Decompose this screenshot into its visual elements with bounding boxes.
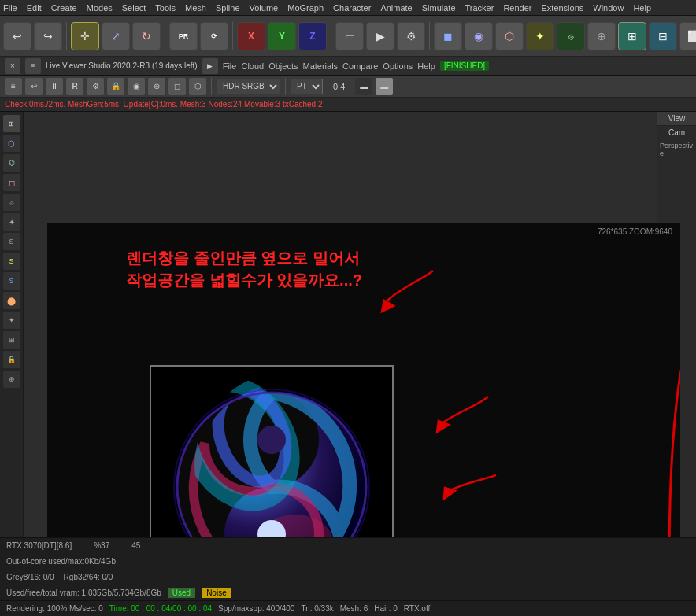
- cg-icon[interactable]: ⟳: [200, 22, 228, 50]
- rotate-tool[interactable]: ↻: [132, 22, 161, 50]
- gear-icon[interactable]: ⚙: [87, 78, 104, 95]
- menu-extensions[interactable]: Extensions: [541, 3, 583, 13]
- undo-button[interactable]: ↩: [3, 22, 31, 50]
- lv-cloud[interactable]: Cloud: [241, 61, 264, 71]
- hamburger-icon[interactable]: ≡: [25, 58, 41, 74]
- status-text: Check:0ms./2ms. MeshGen:5ms. Update[C]:0…: [5, 100, 323, 109]
- light-icon[interactable]: ✦: [526, 22, 554, 50]
- menu-create[interactable]: Create: [51, 3, 77, 13]
- menu-tracker[interactable]: Tracker: [465, 3, 494, 13]
- mode-icon-10[interactable]: ⬤: [3, 292, 20, 309]
- view-icon-1[interactable]: ≡: [5, 78, 22, 95]
- noise-button[interactable]: Noise: [202, 588, 231, 598]
- render2-icon[interactable]: ⬜: [679, 22, 696, 50]
- nav-icon[interactable]: ⊕: [148, 78, 165, 95]
- nav2-icon[interactable]: ◻: [168, 78, 186, 95]
- z-axis-button[interactable]: Z: [298, 22, 327, 50]
- menu-modes[interactable]: Modes: [87, 3, 113, 13]
- menu-mesh[interactable]: Mesh: [185, 3, 206, 13]
- deform-icon[interactable]: ⟐: [557, 22, 585, 50]
- reset-icon[interactable]: R: [66, 78, 83, 95]
- mode-icon-11[interactable]: ✦: [3, 312, 20, 329]
- menu-file[interactable]: File: [3, 3, 17, 13]
- cube-icon[interactable]: ◼: [434, 22, 462, 50]
- mode-icon-7[interactable]: S: [3, 233, 20, 250]
- hdr-mode-select[interactable]: HDR SRGB: [217, 79, 280, 94]
- right-view-label[interactable]: View: [657, 112, 696, 126]
- settings-icon[interactable]: ⚙: [397, 22, 425, 50]
- lv-arrow-icon[interactable]: ▶: [202, 58, 218, 74]
- right-cam-label[interactable]: Cam: [657, 126, 696, 139]
- toolbar-separator-3: [232, 22, 233, 50]
- svg-point-5: [257, 426, 286, 454]
- lv-file[interactable]: File: [223, 61, 237, 71]
- move-tool[interactable]: ✛: [71, 22, 99, 50]
- mode-icon-12[interactable]: ⊞: [3, 331, 20, 349]
- menu-spline[interactable]: Spline: [216, 3, 240, 13]
- menu-window[interactable]: Window: [593, 3, 624, 13]
- menu-simulate[interactable]: Simulate: [422, 3, 456, 13]
- out-of-core-label: Out-of-core used/max:0Kb/4Gb: [6, 557, 116, 566]
- menu-render[interactable]: Render: [503, 3, 531, 13]
- pr-icon[interactable]: PR: [169, 22, 198, 50]
- lv-options[interactable]: Options: [383, 61, 413, 71]
- mode-icon-2[interactable]: ⬡: [3, 135, 20, 152]
- view-sep-1: [211, 78, 212, 95]
- pt-mode-select[interactable]: PT: [291, 79, 323, 94]
- mode-icon-8[interactable]: S: [3, 253, 20, 270]
- mode-icon-3[interactable]: ⌬: [3, 154, 20, 172]
- menu-character[interactable]: Character: [333, 3, 371, 13]
- korean-line2: 작업공간을 넓힐수가 있을까요...?: [126, 269, 362, 291]
- circle-icon[interactable]: ◉: [128, 78, 145, 95]
- menu-select[interactable]: Select: [122, 3, 146, 13]
- mode-icon-13[interactable]: 🔒: [3, 351, 20, 368]
- lv-help[interactable]: Help: [417, 61, 435, 71]
- film-icon[interactable]: ▭: [335, 22, 364, 50]
- lv-objects[interactable]: Objects: [268, 61, 298, 71]
- view-icon-light[interactable]: ▬: [376, 78, 393, 95]
- play-icon[interactable]: ▶: [366, 22, 394, 50]
- menu-tools[interactable]: Tools: [155, 3, 176, 13]
- mode-icon-6[interactable]: ✦: [3, 213, 20, 231]
- lv-title: Live Viewer Studio 2020.2-R3 (19 days le…: [46, 61, 198, 70]
- grey-label: Grey8/16: 0/0: [6, 573, 54, 581]
- toolbar-separator-4: [331, 22, 331, 50]
- menu-mograph[interactable]: MoGraph: [287, 3, 324, 13]
- mode-icon-4[interactable]: ◻: [3, 174, 20, 191]
- gpu-label: RTX 3070[DT][8.6]: [6, 541, 72, 550]
- pause-icon[interactable]: ⏸: [46, 78, 63, 95]
- view-icon-dark[interactable]: ▬: [355, 78, 372, 95]
- render-icon[interactable]: ⬡: [495, 22, 524, 50]
- redo-button[interactable]: ↪: [34, 22, 62, 50]
- coords-overlay: 726*635 ZOOM:9640: [598, 227, 672, 236]
- korean-annotation: 렌더창을 줄인만큼 옆으로 밀어서 작업공간을 넓힐수가 있을까요...?: [126, 247, 362, 291]
- scale-tool[interactable]: ⤢: [102, 22, 130, 50]
- render3-icon[interactable]: ⬡: [189, 78, 206, 95]
- grid-icon[interactable]: ⊞: [618, 22, 646, 50]
- mode-icon-14[interactable]: ⊕: [3, 371, 20, 388]
- sphere-icon[interactable]: ◉: [465, 22, 493, 50]
- snap-icon[interactable]: ⊕: [587, 22, 616, 50]
- main-toolbar: ↩ ↪ ✛ ⤢ ↻ PR ⟳ X Y Z ▭ ▶ ⚙ ◼ ◉ ⬡ ✦ ⟐ ⊕ ⊞…: [0, 16, 696, 57]
- menu-help[interactable]: Help: [633, 3, 651, 13]
- menu-edit[interactable]: Edit: [27, 3, 42, 13]
- bottom-bar-5: Rendering: 100% Ms/sec: 0 Time: 00 : 00 …: [0, 600, 696, 616]
- layout-icon[interactable]: ⊟: [649, 22, 677, 50]
- used-button[interactable]: Used: [168, 588, 195, 598]
- percent-label: %37: [94, 541, 109, 550]
- mode-icon-9[interactable]: S: [3, 272, 20, 290]
- mode-icon-5[interactable]: ⟐: [3, 194, 20, 211]
- close-panel-icon[interactable]: ×: [5, 58, 20, 74]
- undo-view-icon[interactable]: ↩: [25, 78, 43, 95]
- mode-icon-1[interactable]: ⊞: [3, 115, 20, 132]
- right-perspective-label: Perspective: [657, 139, 696, 160]
- lv-materials[interactable]: Materials: [302, 61, 338, 71]
- x-axis-button[interactable]: X: [237, 22, 265, 50]
- y-axis-button[interactable]: Y: [268, 22, 296, 50]
- menu-animate[interactable]: Animate: [380, 3, 412, 13]
- menu-volume[interactable]: Volume: [250, 3, 279, 13]
- lock-icon[interactable]: 🔒: [107, 78, 124, 95]
- toolbar-separator-5: [429, 22, 430, 50]
- korean-line1: 렌더창을 줄인만큼 옆으로 밀어서: [126, 247, 362, 269]
- lv-compare[interactable]: Compare: [342, 61, 378, 71]
